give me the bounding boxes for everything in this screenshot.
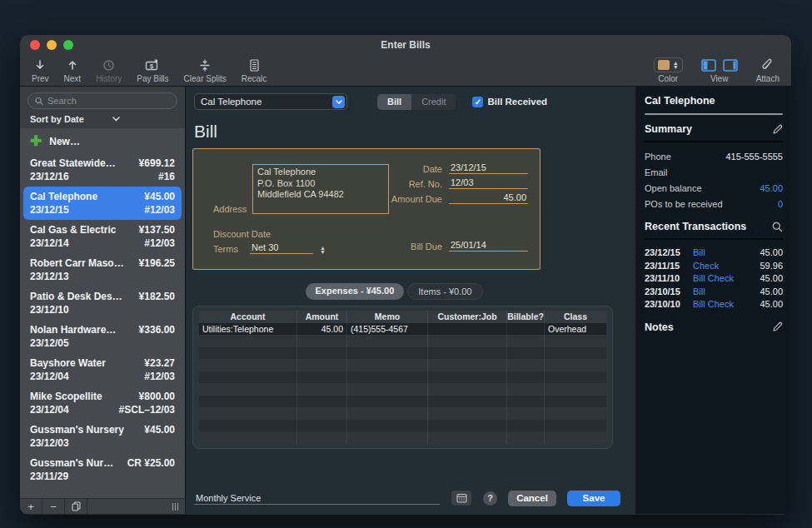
bill-header-panel: Address Cal Telephone P.O. Box 1100 Midd… (192, 148, 541, 270)
table-row[interactable]: Utilities:Telephone 45.00 (415)555-4567 … (199, 323, 606, 336)
bill-received-control[interactable]: ✓ Bill Received (472, 97, 547, 107)
search-field[interactable] (27, 92, 177, 109)
clear-splits-button[interactable]: Clear Splits (184, 57, 227, 83)
transaction-link[interactable]: Bill Check (686, 298, 760, 311)
divider (645, 238, 783, 240)
summary-row: POs to be received0 (645, 197, 783, 212)
ref-no-label: Ref. No. (382, 179, 442, 189)
new-bill-button[interactable]: ✚ New… (20, 130, 185, 153)
view-toggle[interactable]: View (701, 57, 738, 83)
ref-no-field[interactable]: 12/03 (449, 177, 528, 189)
enter-bills-window: Enter Bills Prev Next History $ Pay Bill… (20, 35, 791, 515)
resize-grip[interactable] (172, 503, 178, 511)
transaction-row: 23/10/15Bill45.00 (645, 286, 783, 299)
table-row-empty[interactable] (199, 431, 606, 444)
vendor-dropdown[interactable]: Cal Telephone (194, 93, 347, 110)
list-item[interactable]: Robert Carr Maso…¥196.25 23/12/13 (20, 253, 185, 286)
address-field[interactable]: Cal Telephone P.O. Box 1100 Middlefield … (252, 164, 389, 214)
plus-icon: ✚ (30, 137, 42, 147)
list-item[interactable]: Gussman's Nursery¥45.00 23/12/03 (20, 420, 185, 453)
summary-title: Summary (645, 123, 692, 135)
sidebar-footer: + − (20, 498, 185, 514)
edit-pencil-icon[interactable] (772, 124, 783, 135)
table-row-empty[interactable] (199, 407, 606, 420)
memo-input[interactable] (194, 492, 440, 505)
expenses-items-tabs: Expenses - ¥45.00 Items - ¥0.00 (152, 283, 635, 300)
terms-label: Terms (213, 244, 238, 254)
stepper-icon: ▲▼ (673, 61, 679, 69)
sort-label: Sort by Date (30, 114, 84, 124)
attach-button[interactable]: Attach (756, 57, 780, 83)
next-button[interactable]: Next (64, 57, 82, 83)
transaction-link[interactable]: Bill Check (686, 272, 760, 286)
checkbox-checked-icon[interactable]: ✓ (472, 97, 483, 107)
pay-bills-button[interactable]: $ Pay Bills (137, 57, 168, 83)
list-item[interactable]: Cal Gas & Electric¥137.50 23/12/14#12/03 (20, 220, 185, 253)
table-row-empty[interactable] (199, 347, 606, 360)
list-item[interactable]: Mike Scopellite¥800.00 23/12/04#SCL–12/0… (20, 386, 185, 420)
arrow-down-icon (34, 57, 46, 72)
bill-due-field[interactable]: 25/01/14 (449, 240, 528, 252)
titlebar: Enter Bills (20, 35, 791, 55)
date-field[interactable]: 23/12/15 (449, 162, 528, 174)
add-button[interactable]: + (20, 499, 42, 514)
sort-by-date-control[interactable]: Sort by Date (20, 112, 185, 128)
view-left-panel-icon[interactable] (701, 59, 716, 72)
transaction-link[interactable]: Check (686, 260, 760, 273)
toolbar: Prev Next History $ Pay Bills Clear Spli… (20, 55, 791, 87)
vendor-sidebar: Sort by Date ✚ New… Great Statewide…¥699… (20, 87, 185, 514)
stepper-icon[interactable]: ▲▼ (320, 247, 326, 254)
copy-icon (72, 501, 81, 511)
clear-splits-icon (198, 57, 212, 72)
table-row-empty[interactable] (199, 359, 606, 371)
form-footer: ? Cancel Save (186, 489, 635, 514)
transaction-row: 23/12/15Bill45.00 (645, 247, 783, 260)
list-item[interactable]: Gussman's Nur…CR ¥25.00 23/11/29 (20, 453, 185, 486)
duplicate-button[interactable] (65, 499, 87, 514)
search-input[interactable] (47, 96, 170, 106)
tab-items[interactable]: Items - ¥0.00 (407, 283, 482, 300)
table-row-empty[interactable] (199, 335, 606, 347)
tab-expenses[interactable]: Expenses - ¥45.00 (306, 283, 405, 300)
paperclip-icon (761, 57, 774, 72)
remove-button[interactable]: − (42, 499, 65, 514)
list-item[interactable]: Bayshore Water¥23.27 23/12/04#12/03 (20, 353, 185, 386)
divider (645, 141, 783, 142)
transaction-link[interactable]: Bill (686, 247, 760, 260)
save-button[interactable]: Save (567, 491, 620, 506)
panel-vendor-name: Cal Telephone (645, 95, 783, 107)
search-icon[interactable] (772, 222, 783, 232)
table-row-empty[interactable] (199, 371, 606, 384)
history-button[interactable]: History (96, 57, 122, 83)
calendar-button[interactable] (451, 491, 471, 506)
bill-due-label: Bill Due (382, 242, 442, 252)
vendor-info-panel: Cal Telephone Summary Phone415-555-5555 … (636, 87, 791, 514)
table-row-empty[interactable] (199, 383, 606, 396)
list-item[interactable]: Great Statewide…¥699.12 23/12/16#16 (20, 153, 185, 187)
table-row-empty[interactable] (199, 420, 606, 432)
tab-credit[interactable]: Credit (411, 94, 456, 110)
list-item[interactable]: Nolan Hardware…¥336.00 23/12/05 (20, 320, 185, 353)
pay-bills-icon: $ (145, 57, 160, 72)
amount-due-label: Amount Due (382, 194, 442, 204)
help-button[interactable]: ? (483, 491, 497, 506)
amount-due-field[interactable]: 45.00 (449, 192, 528, 204)
prev-button[interactable]: Prev (32, 57, 49, 83)
table-row-empty[interactable] (199, 396, 606, 408)
tab-bill[interactable]: Bill (377, 94, 411, 110)
summary-row: Phone415-555-5555 (645, 149, 783, 165)
pos-link[interactable]: 0 (778, 197, 783, 212)
color-button[interactable]: ▲▼ Color (654, 57, 683, 83)
window-title: Enter Bills (20, 39, 791, 51)
terms-field[interactable]: Net 30 (250, 242, 313, 254)
list-item-selected[interactable]: Cal Telephone¥45.00 23/12/15#12/03 (23, 187, 182, 220)
view-right-panel-icon[interactable] (723, 59, 738, 72)
transaction-link[interactable]: Bill (686, 286, 760, 299)
cancel-button[interactable]: Cancel (508, 491, 556, 506)
edit-pencil-icon[interactable] (772, 321, 783, 332)
bill-list: ✚ New… Great Statewide…¥699.12 23/12/16#… (20, 128, 185, 498)
summary-row: Email (645, 165, 783, 181)
recent-transactions-title: Recent Transactions (645, 221, 746, 232)
open-balance-link[interactable]: 45.00 (760, 181, 783, 197)
recalc-button[interactable]: Recalc (242, 57, 267, 83)
